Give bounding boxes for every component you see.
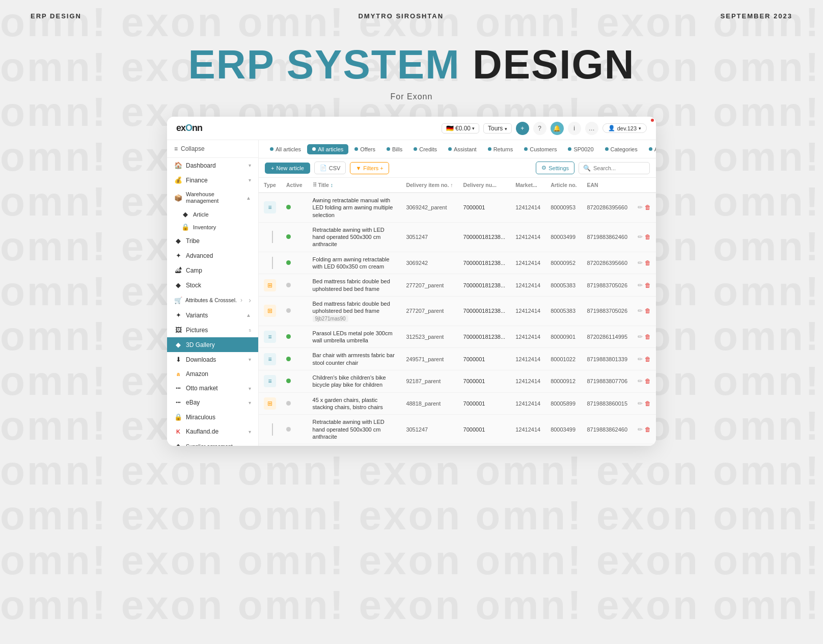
sidebar-item-inventory[interactable]: 🔒 Inventory [181,221,258,233]
tab-customers[interactable]: Customers [519,144,562,154]
cell-title: Retractable awning with LED hand operate… [308,415,401,444]
sidebar-item-variants[interactable]: ✦ Variants ▲ [167,308,258,323]
sidebar-item-dashboard[interactable]: 🏠 Dashboard ▾ [167,158,258,173]
sidebar-item-3dgallery[interactable]: ◆ 3D Gallery [167,337,258,352]
delete-btn[interactable]: 🗑 [645,378,651,385]
sidebar-item-downloads[interactable]: ⬇ Downloads ▾ [167,352,258,367]
cell-delivery-no: 7000001 [458,444,511,446]
cell-delivery-no: 700000181238... [458,296,511,326]
plus-icon: + [271,165,274,171]
tab-dot [354,147,358,151]
tab-returns[interactable]: Returns [483,144,518,154]
article-icon: ◆ [181,210,189,218]
collapse-label: Collapse [181,145,205,152]
edit-btn[interactable]: ✏ [638,282,643,289]
sidebar-item-pictures[interactable]: 🖼 Pictures s [167,323,258,337]
add-btn[interactable]: + [516,122,529,135]
tab-dot [605,147,609,151]
tab-label: All articles [318,146,343,152]
sidebar-label: Amazon [186,370,208,378]
tab-categories[interactable]: Categories [600,144,643,154]
edit-btn[interactable]: ✏ [638,400,643,407]
delete-btn[interactable]: 🗑 [645,356,651,363]
edit-btn[interactable]: ✏ [638,426,643,433]
delete-btn[interactable]: 🗑 [645,426,651,433]
cell-active [281,296,308,326]
sidebar-item-otto[interactable]: ••• Otto market ▾ [167,381,258,395]
chevron-icon: ▾ [249,429,251,435]
tab-attributes[interactable]: Attributes [644,144,656,154]
tab-all-articles-2[interactable]: All articles [307,144,348,154]
sidebar-item-attributes[interactable]: 🛒 Attributes & Crosssel. › [167,292,258,308]
tab-offers[interactable]: Offers [349,144,380,154]
sidebar-collapse-btn[interactable]: ≡ Collapse [167,140,258,158]
sidebar-item-ebay[interactable]: ••• eBay ▾ [167,395,258,410]
delete-btn[interactable]: 🗑 [645,259,651,266]
cell-title: Parasol LEDs metal pole 300cm wall umbre… [308,326,401,348]
sidebar-item-miraculous[interactable]: 🔒 Miraculous [167,410,258,424]
help-btn[interactable]: ? [533,122,546,135]
title-text: Retractable awning with LED hand operate… [313,418,396,440]
sort-icon: ↕ [331,182,333,188]
edit-btn[interactable]: ✏ [638,356,643,363]
cell-ean: 8720286395660 [582,193,633,222]
search-input[interactable] [593,165,644,171]
sidebar-item-stock[interactable]: ◆ Stock [167,278,258,292]
hero-erp: ERP [188,42,274,87]
sidebar-item-warehouse[interactable]: 📦 Warehousemanagement ▲ [167,187,258,208]
cell-ean: 8720286395660 [582,252,633,274]
csv-btn[interactable]: 📄 CSV [314,162,346,174]
tab-sp0020[interactable]: SP0020 [563,144,598,154]
delete-btn[interactable]: 🗑 [645,307,651,314]
variants-icon: ✦ [174,311,182,319]
delete-btn[interactable]: 🗑 [645,204,651,211]
sidebar-item-kaufland[interactable]: K Kaufland.de ▾ [167,424,258,439]
status-dot [286,205,291,209]
sidebar-item-advanced[interactable]: ✦ Advanced [167,248,258,263]
delete-btn[interactable]: 🗑 [645,333,651,340]
sidebar-label: Otto market [186,385,218,392]
search-box[interactable]: 🔍 [579,162,650,174]
tab-credits[interactable]: Credits [408,144,442,154]
edit-btn[interactable]: ✏ [638,233,643,240]
new-article-btn[interactable]: + New article [265,163,310,174]
edit-btn[interactable]: ✏ [638,259,643,266]
chevron-down-icon: ▾ [639,126,641,131]
sidebar-item-camp[interactable]: 🏕 Camp [167,263,258,278]
delete-btn[interactable]: 🗑 [645,400,651,407]
sidebar-item-tribe[interactable]: ◆ Tribe [167,233,258,248]
edit-btn[interactable]: ✏ [638,378,643,385]
cell-active [281,274,308,297]
cell-active [281,326,308,348]
cell-delivery-item: 3051247 [401,222,458,252]
settings-btn[interactable]: ⚙ Settings [536,162,574,174]
cell-actions: ✏ 🗑 [633,326,656,348]
sidebar-item-supplier-agreement[interactable]: ◆ Supplier agreement [167,439,258,446]
sidebar-item-amazon[interactable]: a Amazon [167,367,258,381]
edit-btn[interactable]: ✏ [638,333,643,340]
tab-bills[interactable]: Bills [381,144,407,154]
table-row: Retractable awning with LED hand operate… [259,415,656,444]
notification-btn[interactable]: 🔔 [551,122,564,135]
cell-type: ≡ [259,193,281,222]
user-avatar[interactable]: 👤 dev.123 ▾ [602,123,647,133]
edit-btn[interactable]: ✏ [638,307,643,314]
edit-btn[interactable]: ✏ [638,204,643,211]
delete-btn[interactable]: 🗑 [645,282,651,289]
currency-display[interactable]: 🇩🇪 €0.00 ▾ [442,123,479,133]
delete-btn[interactable]: 🗑 [645,233,651,240]
sidebar-item-finance[interactable]: 💰 Finance ▾ [167,173,258,187]
tab-assistant[interactable]: Assistant [443,144,482,154]
info-btn[interactable]: i [568,122,581,135]
cell-type [259,444,281,446]
tours-dropdown[interactable]: Tours ▾ [483,123,512,133]
arrow-icon: › [240,297,242,304]
more-btn[interactable]: … [585,122,598,135]
tab-all-articles-1[interactable]: All articles [265,144,306,154]
sidebar-label: Pictures [186,327,208,334]
filters-btn[interactable]: ▼ Filters + [350,162,389,174]
kaufland-icon: K [174,428,182,435]
col-actions [633,178,656,193]
type-icon: ⊞ [264,397,276,410]
sidebar-item-article[interactable]: ◆ Article [181,208,258,221]
